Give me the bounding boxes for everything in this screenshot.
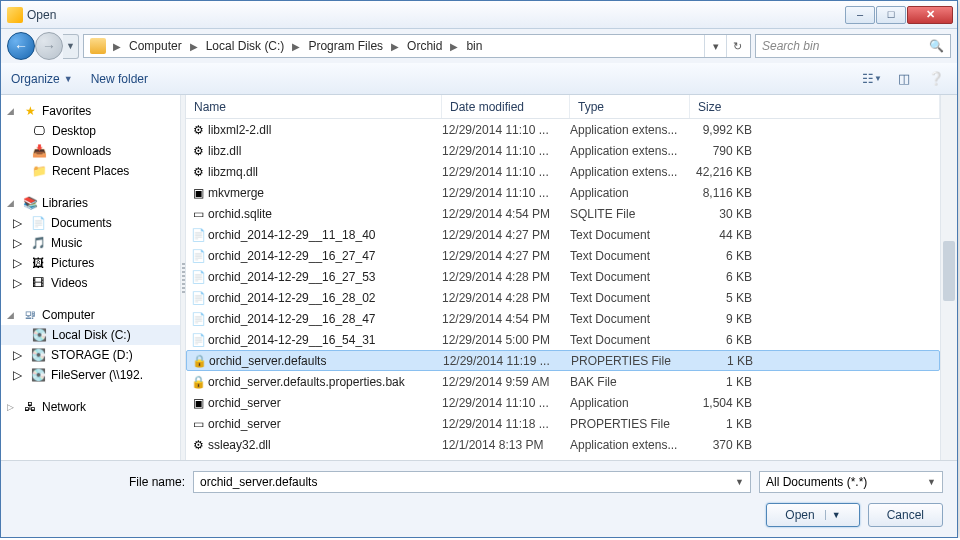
file-type-filter[interactable]: All Documents (*.*) ▼ [759, 471, 943, 493]
new-folder-button[interactable]: New folder [91, 72, 148, 86]
open-button[interactable]: Open ▼ [766, 503, 859, 527]
nav-music[interactable]: ▷🎵Music [1, 233, 180, 253]
column-size[interactable]: Size [690, 95, 940, 118]
file-icon: ⚙ [188, 438, 208, 452]
breadcrumb-segment[interactable]: Program Files [303, 35, 388, 57]
collapse-icon[interactable]: ◢ [7, 106, 18, 116]
file-type: BAK File [570, 375, 690, 389]
organize-menu[interactable]: Organize ▼ [11, 72, 73, 86]
scrollbar[interactable] [940, 95, 957, 460]
file-list[interactable]: ⚙libxml2-2.dll12/29/2014 11:10 ...Applic… [186, 119, 940, 460]
file-name: ssleay32.dll [208, 438, 442, 452]
open-split-dropdown[interactable]: ▼ [825, 510, 841, 520]
chevron-right-icon[interactable]: ▶ [187, 41, 201, 52]
file-row[interactable]: ▣orchid_server12/29/2014 11:10 ...Applic… [186, 392, 940, 413]
expand-icon[interactable]: ▷ [7, 402, 18, 412]
nav-fileserver[interactable]: ▷💽FileServer (\\192. [1, 365, 180, 385]
file-row[interactable]: ▭orchid_server12/29/2014 11:18 ...PROPER… [186, 413, 940, 434]
file-row[interactable]: 📄orchid_2014-12-29__16_27_4712/29/2014 4… [186, 245, 940, 266]
nav-computer-header[interactable]: ◢ 🖳 Computer [1, 305, 180, 325]
nav-local-disk-c[interactable]: 💽Local Disk (C:) [1, 325, 180, 345]
breadcrumb-segment[interactable]: bin [461, 35, 487, 57]
chevron-right-icon[interactable]: ▶ [110, 41, 124, 52]
help-button[interactable]: ❔ [925, 69, 947, 89]
chevron-right-icon[interactable]: ▶ [447, 41, 461, 52]
navigation-pane[interactable]: ◢ ★ Favorites 🖵Desktop 📥Downloads 📁Recen… [1, 95, 181, 460]
collapse-icon[interactable]: ◢ [7, 310, 18, 320]
nav-documents[interactable]: ▷📄Documents [1, 213, 180, 233]
nav-desktop[interactable]: 🖵Desktop [1, 121, 180, 141]
file-row[interactable]: 🔒orchid_server.defaults12/29/2014 11:19 … [186, 350, 940, 371]
breadcrumb-segment[interactable]: Orchid [402, 35, 447, 57]
nav-storage-d[interactable]: ▷💽STORAGE (D:) [1, 345, 180, 365]
collapse-icon[interactable]: ◢ [7, 198, 18, 208]
column-date[interactable]: Date modified [442, 95, 570, 118]
titlebar[interactable]: Open – □ ✕ [1, 1, 957, 29]
file-row[interactable]: 📄orchid_2014-12-29__11_18_4012/29/2014 4… [186, 224, 940, 245]
file-size: 6 KB [690, 270, 760, 284]
forward-button[interactable]: → [35, 32, 63, 60]
nav-recent-places[interactable]: 📁Recent Places [1, 161, 180, 181]
file-row[interactable]: 📄orchid_2014-12-29__16_27_5312/29/2014 4… [186, 266, 940, 287]
cancel-button[interactable]: Cancel [868, 503, 943, 527]
file-type: Text Document [570, 333, 690, 347]
column-name[interactable]: Name [186, 95, 442, 118]
file-row[interactable]: ⚙ssleay32.dll12/1/2014 8:13 PMApplicatio… [186, 434, 940, 455]
nav-network-header[interactable]: ▷ 🖧 Network [1, 397, 180, 417]
back-button[interactable]: ← [7, 32, 35, 60]
file-date: 12/29/2014 4:28 PM [442, 270, 570, 284]
file-size: 370 KB [690, 438, 760, 452]
breadcrumb-segment[interactable]: Computer [124, 35, 187, 57]
file-name: orchid_2014-12-29__16_54_31 [208, 333, 442, 347]
breadcrumb-bar[interactable]: ▶ Computer ▶ Local Disk (C:) ▶ Program F… [83, 34, 751, 58]
nav-videos[interactable]: ▷🎞Videos [1, 273, 180, 293]
file-row[interactable]: 📄orchid_2014-12-29__16_54_3112/29/2014 5… [186, 329, 940, 350]
file-size: 790 KB [690, 144, 760, 158]
column-headers: Name Date modified Type Size [186, 95, 940, 119]
file-row[interactable]: 🔒orchid_server.defaults.properties.bak12… [186, 371, 940, 392]
expand-icon[interactable]: ▷ [13, 256, 22, 270]
filename-input[interactable]: orchid_server.defaults ▼ [193, 471, 751, 493]
breadcrumb-segment[interactable]: Local Disk (C:) [201, 35, 290, 57]
maximize-button[interactable]: □ [876, 6, 906, 24]
expand-icon[interactable]: ▷ [13, 276, 22, 290]
file-row[interactable]: ▭orchid.sqlite12/29/2014 4:54 PMSQLITE F… [186, 203, 940, 224]
file-type: Application extens... [570, 144, 690, 158]
file-row[interactable]: 📄orchid_2014-12-29__16_28_0212/29/2014 4… [186, 287, 940, 308]
network-icon: 🖧 [22, 399, 38, 415]
view-options-button[interactable]: ☷ ▼ [861, 69, 883, 89]
search-input[interactable]: Search bin 🔍 [755, 34, 951, 58]
nav-favorites-header[interactable]: ◢ ★ Favorites [1, 101, 180, 121]
chevron-right-icon[interactable]: ▶ [388, 41, 402, 52]
chevron-down-icon[interactable]: ▼ [735, 477, 744, 487]
breadcrumb-dropdown[interactable]: ▾ [704, 35, 726, 57]
expand-icon[interactable]: ▷ [13, 216, 22, 230]
file-row[interactable]: ⚙libxml2-2.dll12/29/2014 11:10 ...Applic… [186, 119, 940, 140]
expand-icon[interactable]: ▷ [13, 348, 22, 362]
history-dropdown[interactable]: ▼ [63, 34, 79, 59]
file-name: libzmq.dll [208, 165, 442, 179]
nav-downloads[interactable]: 📥Downloads [1, 141, 180, 161]
expand-icon[interactable]: ▷ [13, 236, 22, 250]
chevron-down-icon[interactable]: ▼ [927, 477, 936, 487]
column-type[interactable]: Type [570, 95, 690, 118]
refresh-button[interactable]: ↻ [726, 35, 748, 57]
file-row[interactable]: ⚙libz.dll12/29/2014 11:10 ...Application… [186, 140, 940, 161]
scrollbar-thumb[interactable] [943, 241, 955, 301]
folder-icon [90, 38, 106, 54]
file-row[interactable]: 📄orchid_2014-12-29__16_28_4712/29/2014 4… [186, 308, 940, 329]
nav-pictures[interactable]: ▷🖼Pictures [1, 253, 180, 273]
nav-libraries-header[interactable]: ◢ 📚 Libraries [1, 193, 180, 213]
file-row[interactable]: ⚙libzmq.dll12/29/2014 11:10 ...Applicati… [186, 161, 940, 182]
minimize-button[interactable]: – [845, 6, 875, 24]
file-icon: ▭ [188, 417, 208, 431]
search-icon[interactable]: 🔍 [929, 39, 944, 53]
expand-icon[interactable]: ▷ [13, 368, 22, 382]
close-button[interactable]: ✕ [907, 6, 953, 24]
file-size: 1 KB [690, 375, 760, 389]
preview-pane-button[interactable]: ◫ [893, 69, 915, 89]
file-row[interactable]: ▣mkvmerge12/29/2014 11:10 ...Application… [186, 182, 940, 203]
pictures-icon: 🖼 [30, 255, 46, 271]
chevron-right-icon[interactable]: ▶ [289, 41, 303, 52]
drive-icon: 💽 [31, 327, 47, 343]
